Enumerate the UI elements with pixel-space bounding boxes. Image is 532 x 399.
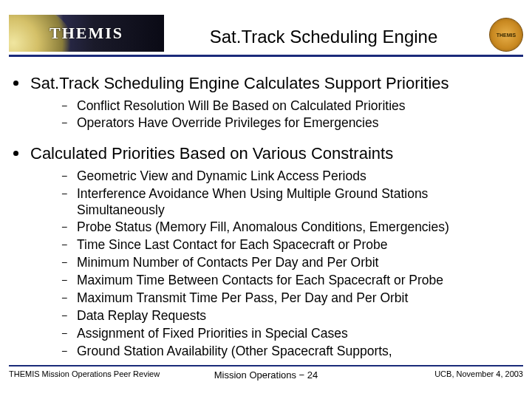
dash-icon: − <box>61 221 68 233</box>
sub-item: −Probe Status (Memory Fill, Anomalous Co… <box>61 219 519 236</box>
sub-item: −Time Since Last Contact for Each Spacec… <box>61 237 519 253</box>
sub-item: −Conflict Resolution Will Be Based on Ca… <box>61 98 519 115</box>
dash-icon: − <box>61 170 68 182</box>
sub-item: −Geometric View and Dynamic Link Access … <box>61 168 519 185</box>
logo-text: THEMIS <box>50 24 123 43</box>
sub-item: −Interference Avoidance When Using Multi… <box>61 186 519 219</box>
sub-item: −Maximum Time Between Contacts for Each … <box>61 273 519 289</box>
footer-rule <box>9 365 523 366</box>
bullet-1: Sat.Track Scheduling Engine Calculates S… <box>13 73 519 94</box>
bullet-1-text: Sat.Track Scheduling Engine Calculates S… <box>30 73 449 94</box>
dash-icon: − <box>61 327 68 339</box>
bullet-2-subs: −Geometric View and Dynamic Link Access … <box>61 168 519 360</box>
footer-center: Mission Operations − 24 <box>9 369 523 381</box>
sub-item: −Assignment of Fixed Priorities in Speci… <box>61 326 519 342</box>
sub-item: −Maximum Transmit Time Per Pass, Per Day… <box>61 290 519 307</box>
dash-icon: − <box>61 310 68 321</box>
mission-patch-icon: THEMIS <box>489 18 523 52</box>
bullet-2: Calculated Priorities Based on Various C… <box>13 143 519 164</box>
slide-title: Sat.Track Scheduling Engine <box>164 27 489 52</box>
slide-header: THEMIS Sat.Track Scheduling Engine THEMI… <box>0 0 532 52</box>
dash-icon: − <box>61 100 68 112</box>
slide-content: Sat.Track Scheduling Engine Calculates S… <box>0 57 532 359</box>
dash-icon: − <box>61 117 68 129</box>
dash-icon: − <box>61 345 68 357</box>
dash-icon: − <box>61 239 68 250</box>
dash-icon: − <box>61 256 68 268</box>
themis-logo: THEMIS <box>9 15 164 52</box>
patch-label: THEMIS <box>497 33 516 38</box>
dash-icon: − <box>61 292 68 304</box>
sub-item: −Data Replay Requests <box>61 308 519 324</box>
bullet-dot-icon <box>13 81 18 86</box>
bullet-1-subs: −Conflict Resolution Will Be Based on Ca… <box>61 98 519 132</box>
dash-icon: − <box>61 274 68 286</box>
bullet-2-text: Calculated Priorities Based on Various C… <box>30 143 393 164</box>
bullet-dot-icon <box>13 151 18 156</box>
sub-item: −Minimum Number of Contacts Per Day and … <box>61 255 519 271</box>
sub-item: −Ground Station Availability (Other Spac… <box>61 344 519 360</box>
slide-footer: THEMIS Mission Operations Peer Review Mi… <box>9 369 523 378</box>
dash-icon: − <box>61 188 68 200</box>
sub-item: −Operators Have Override Privileges for … <box>61 115 519 132</box>
